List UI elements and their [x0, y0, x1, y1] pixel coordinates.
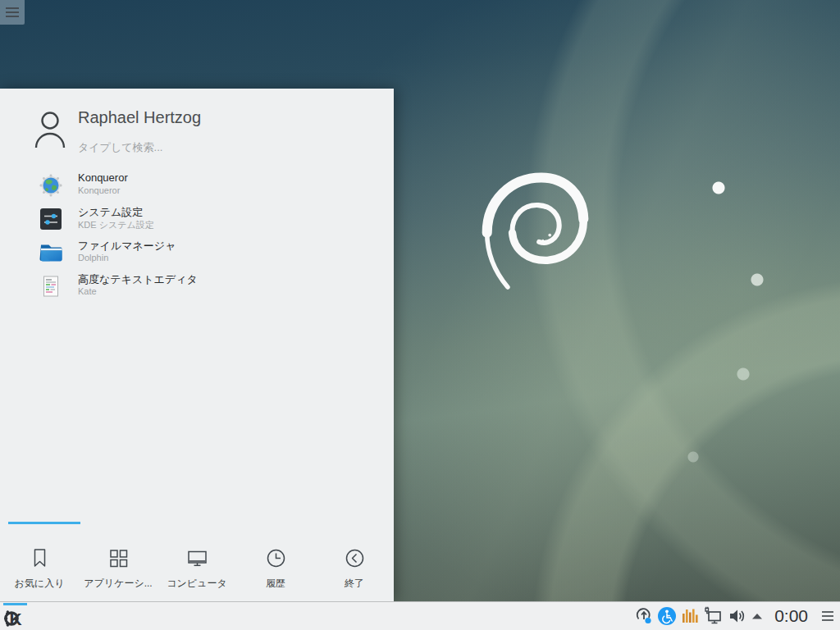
- taskbar: K: [0, 601, 840, 630]
- svg-text:K: K: [10, 609, 22, 628]
- expand-tray-icon[interactable]: [751, 611, 764, 621]
- hamburger-icon: [6, 11, 19, 13]
- user-name: Raphael Hertzog: [78, 108, 201, 127]
- list-item-text-editor[interactable]: 高度なテキストエディタ Kate: [0, 270, 394, 304]
- network-icon[interactable]: [703, 606, 723, 626]
- list-item-subtitle: KDE システム設定: [78, 219, 154, 231]
- launcher-tab-bar: お気に入り アプリケーシ... コンピュータ: [0, 547, 394, 591]
- tab-label: お気に入り: [15, 577, 65, 591]
- kickoff-launcher-popup: Raphael Hertzog タイプして検索...: [0, 89, 394, 602]
- bookmark-icon: [29, 547, 51, 569]
- text-editor-icon: [39, 275, 62, 298]
- panel-toggle-button[interactable]: [0, 0, 25, 25]
- tab-label: 終了: [345, 577, 364, 591]
- list-item-title: 高度なテキストエディタ: [78, 272, 198, 287]
- leave-icon: [344, 547, 366, 569]
- tab-label: 履歴: [266, 577, 285, 591]
- hamburger-icon: [6, 16, 19, 17]
- tab-applications[interactable]: アプリケーシ...: [79, 547, 158, 591]
- debian-swirl-logo: [472, 161, 599, 299]
- tab-favorites[interactable]: お気に入り: [0, 547, 79, 591]
- favorites-list: Konqueror Konqueror システム設定 KDE システム設定: [0, 169, 394, 304]
- list-item-konqueror[interactable]: Konqueror Konqueror: [0, 169, 394, 203]
- computer-icon: [186, 547, 208, 569]
- list-item-title: ファイルマネージャ: [78, 239, 176, 253]
- search-input[interactable]: タイプして検索...: [78, 140, 162, 155]
- mixer-icon[interactable]: [681, 607, 699, 625]
- active-tab-indicator: [8, 522, 80, 524]
- system-tray: 0:00: [635, 602, 835, 630]
- accessibility-icon[interactable]: [657, 606, 677, 626]
- digital-clock[interactable]: 0:00: [774, 606, 808, 626]
- user-avatar-icon: [34, 110, 66, 149]
- hamburger-line: [822, 615, 833, 617]
- list-item-subtitle: Konqueror: [78, 185, 120, 195]
- file-manager-icon: [39, 241, 62, 264]
- tab-leave[interactable]: 終了: [315, 547, 394, 591]
- list-item-title: システム設定: [78, 205, 143, 220]
- list-item-system-settings[interactable]: システム設定 KDE システム設定: [0, 203, 394, 236]
- history-clock-icon: [265, 547, 287, 569]
- tab-label: コンピュータ: [167, 577, 226, 591]
- tab-label: アプリケーシ...: [84, 577, 152, 591]
- hamburger-line: [822, 619, 833, 621]
- system-settings-icon: [39, 208, 62, 231]
- hamburger-icon: [6, 7, 19, 9]
- list-item-subtitle: Kate: [78, 286, 97, 296]
- list-item-subtitle: Dolphin: [78, 253, 108, 262]
- kde-logo-icon: K: [3, 605, 26, 628]
- app-grid-icon: [107, 547, 130, 569]
- list-item-file-manager[interactable]: ファイルマネージャ Dolphin: [0, 236, 394, 270]
- panel-menu-icon[interactable]: [820, 609, 835, 623]
- tab-history[interactable]: 履歴: [236, 547, 315, 591]
- application-launcher-button[interactable]: K: [0, 602, 30, 630]
- konqueror-icon: [39, 174, 62, 197]
- tab-computer[interactable]: コンピュータ: [158, 547, 236, 591]
- list-item-title: Konqueror: [78, 171, 128, 184]
- hamburger-line: [822, 611, 833, 613]
- volume-icon[interactable]: [727, 606, 746, 626]
- updates-icon[interactable]: [635, 607, 653, 625]
- desktop: Raphael Hertzog タイプして検索...: [0, 0, 840, 630]
